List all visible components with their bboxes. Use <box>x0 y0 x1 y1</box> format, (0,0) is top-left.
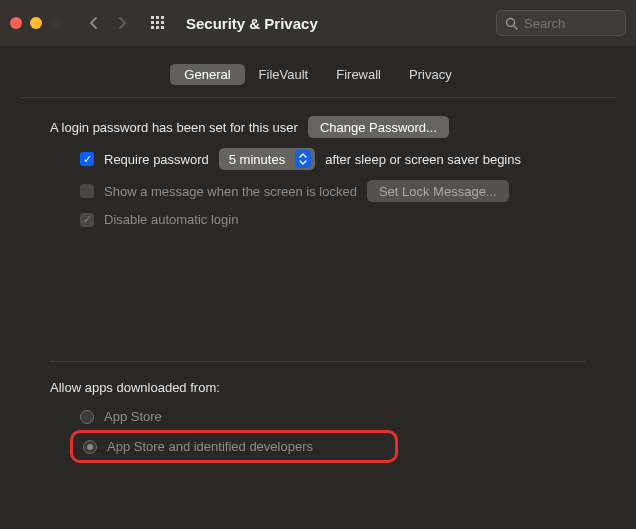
search-field[interactable] <box>496 10 626 36</box>
require-password-checkbox[interactable] <box>80 152 94 166</box>
window-controls <box>10 17 62 29</box>
titlebar: Security & Privacy <box>0 0 636 46</box>
updown-icon <box>295 150 311 168</box>
tab-firewall[interactable]: Firewall <box>322 64 395 85</box>
disable-autologin-row: Disable automatic login <box>50 212 586 227</box>
change-password-button[interactable]: Change Password... <box>308 116 449 138</box>
svg-rect-2 <box>161 16 164 19</box>
tab-bar: General FileVault Firewall Privacy <box>20 64 616 85</box>
zoom-window-button <box>50 17 62 29</box>
show-lock-message-label: Show a message when the screen is locked <box>104 184 357 199</box>
login-password-row: A login password has been set for this u… <box>50 116 586 138</box>
close-window-button[interactable] <box>10 17 22 29</box>
forward-button[interactable] <box>110 12 134 34</box>
minimize-window-button[interactable] <box>30 17 42 29</box>
show-lock-message-row: Show a message when the screen is locked… <box>50 180 586 202</box>
require-password-label: Require password <box>104 152 209 167</box>
disable-autologin-label: Disable automatic login <box>104 212 238 227</box>
login-password-text: A login password has been set for this u… <box>50 120 298 135</box>
set-lock-message-button: Set Lock Message... <box>367 180 509 202</box>
nav-arrows <box>82 12 134 34</box>
tab-privacy[interactable]: Privacy <box>395 64 466 85</box>
search-icon <box>505 17 518 30</box>
allow-apps-identified-radio <box>83 440 97 454</box>
show-all-prefs-button[interactable] <box>150 15 174 31</box>
svg-rect-6 <box>151 26 154 29</box>
require-password-delay-value: 5 minutes <box>229 152 285 167</box>
allow-apps-appstore-radio <box>80 410 94 424</box>
allow-apps-identified-highlight: App Store and identified developers <box>70 430 398 463</box>
svg-rect-0 <box>151 16 154 19</box>
require-password-tail: after sleep or screen saver begins <box>325 152 521 167</box>
window-title: Security & Privacy <box>186 15 318 32</box>
allow-apps-appstore-label: App Store <box>104 409 162 424</box>
require-password-row: Require password 5 minutes after sleep o… <box>50 148 586 170</box>
svg-rect-7 <box>156 26 159 29</box>
tab-general[interactable]: General <box>170 64 244 85</box>
allow-apps-identified-label: App Store and identified developers <box>107 439 313 454</box>
disable-autologin-checkbox <box>80 213 94 227</box>
show-lock-message-checkbox <box>80 184 94 198</box>
allow-apps-heading: Allow apps downloaded from: <box>50 380 586 395</box>
svg-rect-1 <box>156 16 159 19</box>
svg-rect-4 <box>156 21 159 24</box>
divider <box>50 361 586 362</box>
tab-filevault[interactable]: FileVault <box>245 64 323 85</box>
allow-apps-appstore-row: App Store <box>50 409 586 424</box>
svg-rect-3 <box>151 21 154 24</box>
divider <box>20 97 616 98</box>
svg-line-10 <box>514 25 518 29</box>
require-password-delay-select[interactable]: 5 minutes <box>219 148 315 170</box>
svg-rect-5 <box>161 21 164 24</box>
svg-rect-8 <box>161 26 164 29</box>
search-input[interactable] <box>524 16 604 31</box>
back-button[interactable] <box>82 12 106 34</box>
